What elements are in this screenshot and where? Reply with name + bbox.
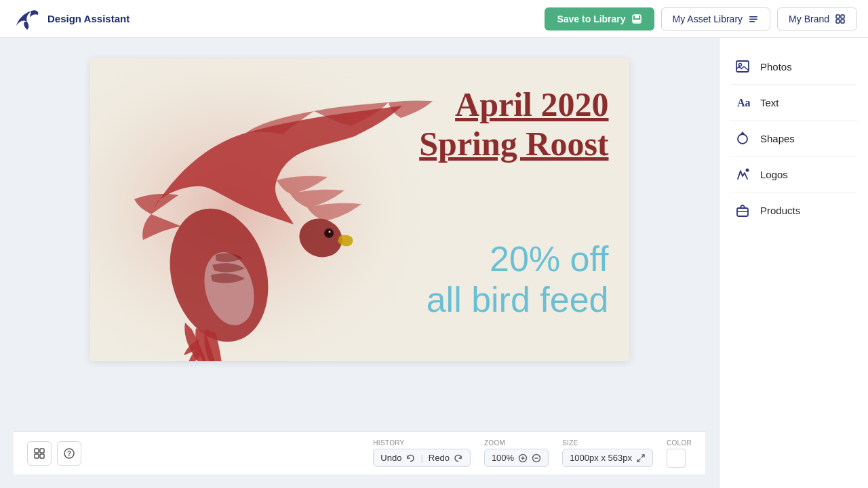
svg-point-34 xyxy=(738,134,747,144)
bottom-toolbar: ? History Undo | Redo xyxy=(14,431,705,474)
text-icon: Aa xyxy=(734,94,751,110)
panel-item-text[interactable]: Aa Text xyxy=(719,85,868,120)
zoom-value: 100% xyxy=(492,453,514,463)
svg-rect-4 xyxy=(749,16,757,18)
history-control: Undo | Redo xyxy=(373,449,471,467)
svg-rect-19 xyxy=(40,449,44,453)
toolbar-left: ? xyxy=(27,441,81,466)
size-group: Size 1000px x 563px xyxy=(562,439,653,467)
resize-icon[interactable] xyxy=(636,453,646,463)
app-title: Design Assistant xyxy=(47,13,130,24)
help-icon: ? xyxy=(64,448,75,459)
history-label: History xyxy=(373,439,404,447)
asset-library-button[interactable]: My Asset Library xyxy=(661,7,770,30)
brand-icon xyxy=(835,14,846,24)
svg-rect-21 xyxy=(40,454,44,458)
panel-item-photos[interactable]: Photos xyxy=(719,49,868,84)
svg-rect-31 xyxy=(736,61,749,72)
asset-library-label: My Asset Library xyxy=(673,14,743,24)
svg-rect-10 xyxy=(841,20,844,23)
svg-rect-2 xyxy=(635,15,639,18)
zoom-label: Zoom xyxy=(484,439,505,447)
products-icon xyxy=(734,202,751,218)
canvas-title-line2: Spring Roost xyxy=(419,125,608,164)
size-label: Size xyxy=(562,439,578,447)
panel-item-logos[interactable]: Logos xyxy=(719,157,868,192)
save-icon xyxy=(631,14,642,24)
svg-point-0 xyxy=(34,12,37,14)
main-content: April 2020 Spring Roost 20% off all bird… xyxy=(0,38,868,488)
redo-icon xyxy=(454,453,463,463)
svg-point-32 xyxy=(739,64,742,66)
zoom-control: 100% xyxy=(484,449,549,467)
menu-icon xyxy=(748,14,759,24)
brand-button[interactable]: My Brand xyxy=(777,7,857,30)
svg-text:Aa: Aa xyxy=(737,97,750,108)
zoom-out-icon[interactable] xyxy=(532,453,541,463)
logo-icon xyxy=(11,7,41,31)
canvas-title-area: April 2020 Spring Roost xyxy=(419,85,608,163)
save-to-library-button[interactable]: Save to Library xyxy=(545,7,654,30)
svg-rect-3 xyxy=(633,20,640,22)
svg-rect-9 xyxy=(836,20,840,23)
canvas-title-line1: April 2020 xyxy=(419,85,608,125)
svg-point-17 xyxy=(328,231,330,233)
canvas-promo-area: 20% off all bird feed xyxy=(427,239,609,321)
canvas-area: April 2020 Spring Roost 20% off all bird… xyxy=(0,38,719,488)
size-control: 1000px x 563px xyxy=(562,449,653,467)
svg-rect-18 xyxy=(35,449,39,453)
design-canvas[interactable]: April 2020 Spring Roost 20% off all bird… xyxy=(90,58,629,361)
svg-rect-8 xyxy=(841,15,844,18)
size-value: 1000px x 563px xyxy=(570,453,632,463)
logos-icon xyxy=(734,166,751,182)
history-group: History Undo | Redo xyxy=(373,439,471,467)
save-label: Save to Library xyxy=(557,14,625,24)
shapes-label: Shapes xyxy=(760,133,795,144)
photos-label: Photos xyxy=(760,61,792,73)
zoom-group: Zoom 100% xyxy=(484,439,549,467)
svg-rect-36 xyxy=(737,208,748,216)
svg-rect-5 xyxy=(749,18,757,20)
color-label: Color xyxy=(667,439,692,447)
svg-rect-7 xyxy=(836,15,840,18)
shapes-icon xyxy=(734,130,751,146)
photos-icon xyxy=(734,58,751,75)
logo-area: Design Assistant xyxy=(11,7,536,31)
logos-label: Logos xyxy=(760,169,788,180)
color-swatch[interactable] xyxy=(667,449,686,468)
svg-text:?: ? xyxy=(67,450,71,458)
canvas-promo-line1: 20% off xyxy=(427,239,609,280)
header-actions: Save to Library My Asset Library My Bran… xyxy=(545,7,857,30)
color-group: Color xyxy=(667,439,692,468)
zoom-in-icon[interactable] xyxy=(518,453,528,463)
app-header: Design Assistant Save to Library My Asse… xyxy=(0,0,868,38)
redo-button[interactable]: Redo xyxy=(429,453,450,463)
help-button[interactable]: ? xyxy=(57,441,81,466)
text-label: Text xyxy=(760,97,779,108)
undo-button[interactable]: Undo xyxy=(380,453,401,463)
svg-point-35 xyxy=(746,169,749,172)
bird-illustration xyxy=(90,58,443,361)
canvas-promo-line2: all bird feed xyxy=(427,280,609,321)
brand-label: My Brand xyxy=(789,14,829,24)
undo-icon xyxy=(406,453,415,463)
grid-view-button[interactable] xyxy=(27,441,52,466)
grid-icon xyxy=(34,448,45,459)
svg-rect-6 xyxy=(749,21,755,22)
right-panel: Photos Aa Text Shapes xyxy=(719,38,868,488)
products-label: Products xyxy=(760,205,800,216)
panel-item-shapes[interactable]: Shapes xyxy=(719,121,868,156)
svg-rect-20 xyxy=(35,454,39,458)
canvas-title: April 2020 Spring Roost xyxy=(419,85,608,163)
panel-item-products[interactable]: Products xyxy=(719,192,868,228)
